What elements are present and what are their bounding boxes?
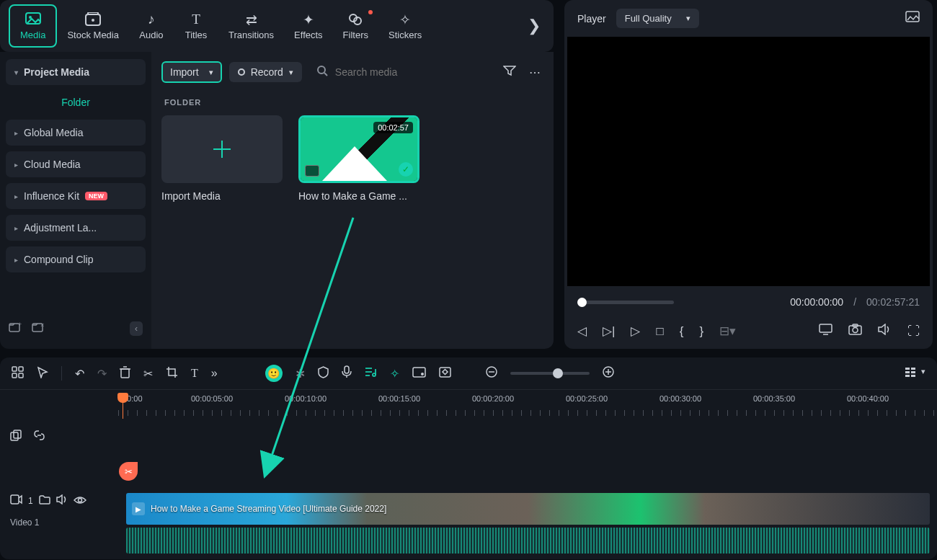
sidebar-item-cloud-media[interactable]: ▸ Cloud Media <box>6 151 146 177</box>
tab-effects[interactable]: ✦ Effects <box>284 4 333 48</box>
filter-icon[interactable] <box>500 62 519 82</box>
undo-icon[interactable]: ↶ <box>75 367 84 381</box>
crop-icon[interactable] <box>166 366 178 381</box>
music-list-icon[interactable] <box>365 366 377 381</box>
search-input[interactable] <box>335 66 486 78</box>
import-button[interactable]: Import ▾ <box>161 61 222 83</box>
track-volume-icon[interactable] <box>56 494 68 507</box>
audio-waveform[interactable] <box>126 528 930 554</box>
view-mode-icon[interactable] <box>905 367 917 381</box>
sidebar-collapse-button[interactable]: ‹ <box>130 321 143 336</box>
display-icon[interactable] <box>819 324 832 339</box>
cursor-icon[interactable] <box>37 366 48 381</box>
folder-icon[interactable] <box>39 494 50 507</box>
scrub-handle[interactable] <box>577 298 587 307</box>
link-icon[interactable] <box>33 430 45 444</box>
chevron-right-icon: ▸ <box>14 192 18 200</box>
zoom-handle[interactable] <box>553 368 563 378</box>
tab-transitions[interactable]: ⇄ Transitions <box>218 4 284 48</box>
ruler-mark: 00:00:25:00 <box>566 394 608 403</box>
sidebar-item-label: Global Media <box>24 127 84 138</box>
section-label: FOLDER <box>164 98 543 107</box>
reel-icon[interactable]: ✲ <box>296 367 305 381</box>
titles-icon: T <box>188 12 204 27</box>
tab-label: Stickers <box>388 30 422 40</box>
layout-icon[interactable]: ⊟▾ <box>719 324 736 339</box>
ruler-mark: 00:00:20:00 <box>472 394 514 403</box>
tab-media[interactable]: Media <box>9 4 57 48</box>
tab-stock-media[interactable]: Stock Media <box>57 4 129 48</box>
sidebar-item-global-media[interactable]: ▸ Global Media <box>6 120 146 146</box>
stickers-icon: ✧ <box>397 12 413 27</box>
svg-rect-44 <box>905 368 910 370</box>
timecode-separator: / <box>853 296 856 308</box>
tab-stickers[interactable]: ✧ Stickers <box>378 4 432 48</box>
sidebar-item-label: Cloud Media <box>24 159 81 170</box>
copy-track-icon[interactable] <box>10 430 22 444</box>
import-media-tile[interactable]: Import Media <box>161 115 283 202</box>
volume-icon[interactable] <box>878 324 892 339</box>
visibility-icon[interactable] <box>74 494 86 507</box>
svg-rect-16 <box>820 324 832 332</box>
tabs-more-button[interactable]: ❯ <box>523 12 545 40</box>
mark-out-icon[interactable]: } <box>699 324 703 339</box>
zoom-out-icon[interactable] <box>486 366 497 381</box>
svg-rect-38 <box>443 369 448 374</box>
player-viewport[interactable] <box>567 37 930 286</box>
tab-filters[interactable]: Filters <box>333 4 378 48</box>
keyframe-box-icon[interactable] <box>439 367 451 381</box>
import-label: Import <box>170 66 199 78</box>
view-dropdown-icon[interactable]: ▾ <box>921 367 925 381</box>
aspect-icon[interactable] <box>412 367 426 381</box>
media-clip-tile[interactable]: 00:02:57 ✓ How to Make a Game ... <box>298 115 419 202</box>
ruler-mark: 00:00:15:00 <box>378 394 420 403</box>
scissors-icon[interactable]: ✂ <box>143 367 153 381</box>
sidebar-item-influence-kit[interactable]: ▸ Influence Kit NEW <box>6 183 146 209</box>
plus-icon <box>209 136 235 162</box>
stop-icon[interactable]: □ <box>656 324 663 339</box>
svg-rect-23 <box>19 367 23 371</box>
notification-dot <box>368 10 373 14</box>
zoom-slider[interactable] <box>510 372 590 375</box>
video-track-icon[interactable] <box>10 494 22 507</box>
delete-folder-icon[interactable]: × <box>32 321 45 336</box>
tile-label: Import Media <box>161 190 283 202</box>
play-icon[interactable]: ▷ <box>631 324 640 339</box>
ruler-mark: 00:00:35:00 <box>753 394 795 403</box>
shield-icon[interactable] <box>318 366 329 381</box>
zoom-in-icon[interactable] <box>603 366 614 381</box>
timeline-ruler[interactable]: 00:00 00:00:05:00 00:00:10:00 00:00:15:0… <box>0 391 937 419</box>
audio-icon: ♪ <box>143 12 159 27</box>
new-folder-icon[interactable]: + <box>9 321 22 336</box>
more-tools-icon[interactable]: » <box>211 367 218 380</box>
prev-frame-icon[interactable]: ◁ <box>577 324 587 339</box>
camera-icon[interactable] <box>848 324 862 339</box>
sidebar-item-adjustment-layers[interactable]: ▸ Adjustment La... <box>6 215 146 241</box>
search-field[interactable] <box>309 61 493 84</box>
svg-point-4 <box>92 19 94 22</box>
more-options-icon[interactable]: ⋯ <box>526 63 543 82</box>
trash-icon[interactable] <box>120 366 130 381</box>
transitions-icon: ⇄ <box>244 12 259 27</box>
mark-in-icon[interactable]: { <box>680 324 684 339</box>
tab-titles[interactable]: T Titles <box>174 4 218 48</box>
quality-select[interactable]: Full Quality ▾ <box>616 9 699 28</box>
scrub-bar[interactable] <box>577 301 674 304</box>
step-forward-icon[interactable]: ▷| <box>603 324 615 339</box>
record-button[interactable]: Record ▾ <box>229 62 302 82</box>
snapshot-icon[interactable] <box>905 11 920 27</box>
video-clip[interactable]: ▶ How to Make a Game Streaming Video [Ul… <box>126 493 930 525</box>
sidebar-item-project-media[interactable]: ▾ Project Media <box>6 59 146 85</box>
redo-icon[interactable]: ↷ <box>97 367 107 381</box>
fullscreen-icon[interactable]: ⛶ <box>907 324 920 339</box>
magic-cut-icon[interactable]: ✧ <box>390 367 399 381</box>
clip-title: How to Make a Game Streaming Video [Ulti… <box>151 504 386 514</box>
folder-label[interactable]: Folder <box>6 91 146 114</box>
tab-audio[interactable]: ♪ Audio <box>129 4 174 48</box>
sidebar-item-compound-clip[interactable]: ▸ Compound Clip <box>6 246 146 272</box>
text-tool-icon[interactable]: T <box>191 367 198 380</box>
ai-assistant-icon[interactable]: 🙂 <box>265 365 283 382</box>
mic-icon[interactable] <box>342 365 352 381</box>
apps-icon[interactable] <box>12 366 24 381</box>
cut-marker-icon[interactable]: ✂ <box>119 462 138 481</box>
